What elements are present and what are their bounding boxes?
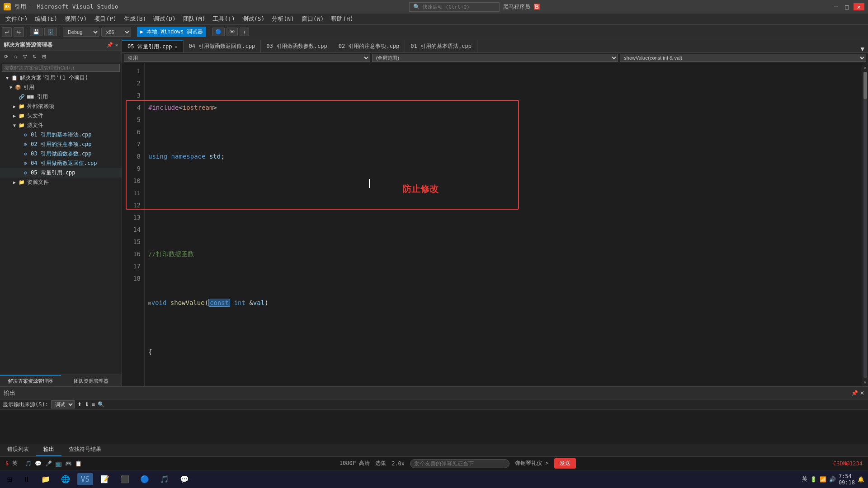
menu-edit[interactable]: 编辑(E) <box>31 14 61 24</box>
taskbar-media-button[interactable]: ⏸ <box>19 473 34 485</box>
sidebar-search-input[interactable] <box>2 64 120 72</box>
taskbar-media2-button[interactable]: 🎵 <box>156 473 173 485</box>
maximize-button[interactable]: □ <box>842 3 851 10</box>
taskbar-chrome-button[interactable]: 🔵 <box>137 473 153 485</box>
save-all-button[interactable]: 🗄️ <box>44 28 57 36</box>
undo-button[interactable]: ↩ <box>2 27 12 37</box>
scope-dropdown[interactable]: 引用 <box>124 54 370 62</box>
menu-help[interactable]: 帮助(H) <box>327 14 357 24</box>
external-arrow: ▶ <box>11 104 18 109</box>
menu-project[interactable]: 项目(P) <box>90 14 120 24</box>
filter-output-button[interactable]: ⬇ <box>85 401 89 408</box>
tree-item-resources[interactable]: ▶ 📁 资源文件 <box>0 178 122 187</box>
output-pin-button[interactable]: 📌 <box>851 390 858 396</box>
config-dropdown[interactable]: Debug <box>63 28 99 37</box>
sidebar-pin-button[interactable]: 📌 <box>107 42 113 48</box>
find-output-button[interactable]: 🔍 <box>98 401 104 408</box>
scroll-down-arrow[interactable]: ▼ <box>862 379 868 386</box>
tree-item-external[interactable]: ▶ 📁 外部依赖项 <box>0 102 122 111</box>
sidebar-home-button[interactable]: ⌂ <box>11 52 19 61</box>
sidebar-header: 解决方案资源管理器 📌 ✕ <box>0 39 122 51</box>
menu-debug[interactable]: 调试(D) <box>150 14 179 24</box>
taskbar-folder-button[interactable]: 📁 <box>38 473 54 485</box>
sidebar-more-button[interactable]: ⊞ <box>40 52 48 61</box>
scope-range-dropdown[interactable]: (全局范围) <box>372 54 618 62</box>
taskbar-browser-button[interactable]: 🌐 <box>57 473 74 485</box>
sidebar-close-button[interactable]: ✕ <box>115 42 118 48</box>
cpp5-label: 05 常量引用.cpp <box>31 169 75 177</box>
line-num-4: 4 <box>124 102 141 114</box>
taskbar-notes-button[interactable]: 📝 <box>97 473 113 485</box>
window-controls[interactable]: ─ □ ✕ <box>831 3 864 10</box>
tab-team-explorer[interactable]: 团队资源管理器 <box>61 375 122 386</box>
tree-item-cpp2[interactable]: ⚙ 02 引用的注意事项.cpp <box>0 140 122 149</box>
tab-close-05[interactable]: ✕ <box>175 44 178 49</box>
source-dropdown[interactable]: 调试 <box>51 400 75 408</box>
sidebar-sync-button[interactable]: ⟳ <box>2 52 10 61</box>
menu-window[interactable]: 窗口(W) <box>298 14 327 24</box>
menu-test[interactable]: 测试(S) <box>239 14 268 24</box>
line-num-2: 2 <box>124 77 141 89</box>
menu-team[interactable]: 团队(M) <box>179 14 209 24</box>
save-button[interactable]: 💾 <box>30 28 42 36</box>
tab-05[interactable]: 05 常量引用.cpp ✕ <box>122 40 184 52</box>
output-actions: 📌 ✕ <box>851 390 864 396</box>
breakpoint-button[interactable]: 🔵 <box>212 28 225 36</box>
tree-item-cpp5[interactable]: ⚙ 05 常量引用.cpp <box>0 168 122 178</box>
start-button[interactable]: ⊞ <box>4 473 16 486</box>
tab-solution-explorer[interactable]: 解决方案资源管理器 <box>0 375 61 386</box>
scroll-thumb[interactable] <box>863 72 867 99</box>
tree-item-sources[interactable]: ▼ 📁 源文件 <box>0 121 122 130</box>
resources-icon: 📁 <box>18 179 25 186</box>
tab-overflow-button[interactable]: ▼ <box>861 45 864 52</box>
menu-analyze[interactable]: 分析(N) <box>268 14 297 24</box>
tab-error-list[interactable]: 错误列表 <box>0 444 36 456</box>
notif-send-button[interactable]: 发送 <box>554 458 576 469</box>
taskbar-battery: 🔋 <box>810 476 817 483</box>
taskbar-weixin-button[interactable]: 💬 <box>176 473 193 485</box>
tree-item-project[interactable]: ▼ 📦 引用 <box>0 83 122 92</box>
run-button[interactable]: ▶ 本地 Windows 调试器 <box>137 27 206 37</box>
function-dropdown[interactable]: showValue(const int & val) <box>620 54 866 62</box>
taskbar-vs-button[interactable]: VS <box>77 473 93 485</box>
cpp1-label: 01 引用的基本语法.cpp <box>31 131 92 139</box>
tab-find-results[interactable]: 查找符号结果 <box>61 444 108 456</box>
minimize-button[interactable]: ─ <box>831 3 840 10</box>
menu-tools[interactable]: 工具(T) <box>209 14 238 24</box>
clear-output-button[interactable]: ⬆ <box>77 401 82 408</box>
headers-label: 头文件 <box>27 112 43 120</box>
tab-04[interactable]: 04 引用做函数返回值.cpp <box>184 40 261 52</box>
menu-file[interactable]: 文件(F) <box>2 14 31 24</box>
code-content[interactable]: #include<iostream> using namespace std; … <box>145 63 862 386</box>
tree-item-cpp4[interactable]: ⚙ 04 引用做函数返回值.cpp <box>0 159 122 168</box>
tab-03[interactable]: 03 引用做函数参数.cpp <box>261 40 333 52</box>
tree-item-solution[interactable]: ▼ 📋 解决方案'引用'(1 个项目) <box>0 73 122 83</box>
notif-input[interactable] <box>410 459 509 468</box>
redo-button[interactable]: ↪ <box>14 27 24 37</box>
code-editor[interactable]: 1 2 3 4 5 6 7 8 9 10 11 12 13 14 15 16 1… <box>122 63 868 386</box>
step-button[interactable]: ↓ <box>240 28 249 36</box>
watch-button[interactable]: 👁 <box>226 28 238 36</box>
right-scrollbar[interactable]: ▲ ▼ <box>862 63 868 386</box>
tree-item-ref[interactable]: 🔗 ■■ 引用 <box>0 92 122 102</box>
line-num-14: 14 <box>124 224 141 236</box>
tree-item-cpp1[interactable]: ⚙ 01 引用的基本语法.cpp <box>0 130 122 140</box>
tab-output[interactable]: 输出 <box>36 444 61 456</box>
tab-02[interactable]: 02 引用的注意事项.cpp <box>333 40 406 52</box>
cpp3-label: 03 引用做函数参数.cpp <box>31 150 92 158</box>
sidebar-filter-button[interactable]: ▽ <box>21 52 29 61</box>
tree-item-headers[interactable]: ▶ 📁 头文件 <box>0 111 122 121</box>
sidebar-refresh-button[interactable]: ↻ <box>30 52 38 61</box>
scroll-up-arrow[interactable]: ▲ <box>862 63 868 71</box>
tab-01[interactable]: 01 引用的基本语法.cpp <box>405 40 477 52</box>
output-close-button[interactable]: ✕ <box>860 390 864 396</box>
tree-item-cpp3[interactable]: ⚙ 03 引用做函数参数.cpp <box>0 149 122 159</box>
taskbar-terminal-button[interactable]: ⬛ <box>117 473 133 485</box>
menu-view[interactable]: 视图(V) <box>61 14 90 24</box>
platform-dropdown[interactable]: x86 <box>101 28 131 37</box>
headers-arrow: ▶ <box>11 113 18 118</box>
close-button[interactable]: ✕ <box>854 3 864 10</box>
menu-build[interactable]: 生成(B) <box>120 14 150 24</box>
notif-zoom: 2.0x <box>392 460 405 467</box>
wrap-output-button[interactable]: ≡ <box>92 401 95 408</box>
